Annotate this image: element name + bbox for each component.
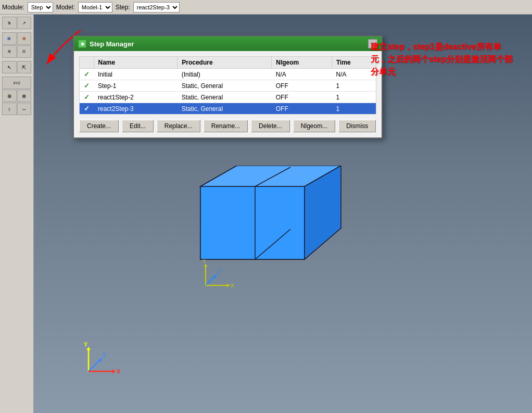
step-label: Step: <box>116 4 130 11</box>
3d-box <box>159 166 377 291</box>
row-time: 1 <box>332 80 376 92</box>
sidebar-icon-11[interactable]: ↕ <box>2 103 17 115</box>
top-toolbar: Module: Step Model: Model-1 Step: react2… <box>0 0 532 15</box>
sidebar-icon-6[interactable]: ⊟ <box>17 45 32 58</box>
row-procedure: Static, General <box>178 92 272 103</box>
dialog-button-nlgeom[interactable]: Nlgeom... <box>293 120 335 132</box>
model-select[interactable]: Model-1 <box>78 2 112 12</box>
svg-text:Y: Y <box>84 341 88 347</box>
row-procedure: Static, General <box>178 103 272 115</box>
dialog-titlebar: ◈ Step Manager × <box>74 36 382 51</box>
sidebar-icon-7[interactable]: ↖ <box>2 61 17 73</box>
sidebar-icon-4[interactable]: ▩ <box>17 32 32 45</box>
sidebar-icon-1[interactable]: 🖱 <box>2 17 17 29</box>
sidebar-icon-3[interactable]: ▦ <box>2 32 17 45</box>
sidebar-group-xyz: XYZ ⊕ ⊗ ↕ ↔ <box>2 77 31 115</box>
module-label: Module: <box>2 4 24 11</box>
row-time: 1 <box>332 92 376 103</box>
coord-axes-bottom: Y Z X <box>75 340 122 382</box>
svg-text:X: X <box>117 368 121 374</box>
dialog-button-edit[interactable]: Edit... <box>122 120 154 132</box>
dialog-button-create[interactable]: Create... <box>79 120 119 132</box>
dialog-content: Name Procedure Nlgeom Time ✓Initial(Init… <box>74 51 382 137</box>
coord-axes-main: Y Z X <box>195 259 237 291</box>
row-nlgeom: OFF <box>272 103 332 115</box>
table-header-row: Name Procedure Nlgeom Time <box>80 57 376 69</box>
sidebar-icon-2[interactable]: ↗ <box>17 17 32 29</box>
sidebar-group-3: ↖ ⇱ <box>2 61 31 73</box>
svg-text:Z: Z <box>103 352 106 358</box>
dialog-buttons: Create...Edit...Replace...Rename...Delet… <box>79 120 376 132</box>
row-nlgeom: OFF <box>272 80 332 92</box>
step-manager-dialog: ◈ Step Manager × Name Procedure Nlgeom T… <box>73 35 383 139</box>
col-header-nlgeom: Nlgeom <box>272 57 332 69</box>
col-header-procedure: Procedure <box>178 57 272 69</box>
row-name: react2Step-3 <box>94 103 178 115</box>
step-table: Name Procedure Nlgeom Time ✓Initial(Init… <box>79 56 376 115</box>
svg-text:Z: Z <box>217 269 220 275</box>
dialog-button-replace[interactable]: Replace... <box>157 120 200 132</box>
svg-marker-13 <box>213 274 217 279</box>
dialog-button-dismiss[interactable]: Dismiss <box>338 120 376 132</box>
row-nlgeom: OFF <box>272 92 332 103</box>
left-sidebar: 🖱 ↗ ▦ ▩ ⊞ ⊟ ↖ ⇱ XYZ ⊕ ⊗ ↕ ↔ <box>0 15 34 413</box>
col-header-check <box>80 57 94 69</box>
row-name: Step-1 <box>94 80 178 92</box>
sidebar-group-1: 🖱 ↗ <box>2 17 31 29</box>
sidebar-icon-10[interactable]: ⊗ <box>17 90 32 102</box>
col-header-time: Time <box>332 57 376 69</box>
model-label: Model: <box>56 4 75 11</box>
row-procedure: Static, General <box>178 80 272 92</box>
table-row[interactable]: ✓react2Step-3Static, GeneralOFF1 <box>80 103 376 115</box>
row-procedure: (Initial) <box>178 69 272 80</box>
annotation-text: 建立step，step1是deactive所有单元，之后的两个step分别是激活… <box>371 41 516 78</box>
row-check: ✓ <box>80 92 94 103</box>
step-select[interactable]: react2Step-3 <box>133 2 180 12</box>
svg-marker-25 <box>112 369 116 373</box>
svg-marker-22 <box>98 358 102 363</box>
sidebar-icon-12[interactable]: ↔ <box>17 103 32 115</box>
table-row[interactable]: ✓react1Step-2Static, GeneralOFF1 <box>80 92 376 103</box>
row-name: react1Step-2 <box>94 92 178 103</box>
sidebar-icon-xyz[interactable]: XYZ <box>2 77 31 89</box>
row-nlgeom: N/A <box>272 69 332 80</box>
row-time: N/A <box>332 69 376 80</box>
dialog-title-left: ◈ Step Manager <box>78 40 134 48</box>
svg-text:Y: Y <box>202 259 206 264</box>
sidebar-icon-5[interactable]: ⊞ <box>2 45 17 58</box>
dialog-title-text: Step Manager <box>90 40 134 48</box>
sidebar-group-2: ▦ ▩ ⊞ ⊟ <box>2 32 31 58</box>
svg-text:X: X <box>231 283 234 289</box>
module-select[interactable]: Step <box>28 2 53 12</box>
dialog-button-rename[interactable]: Rename... <box>204 120 248 132</box>
table-row[interactable]: ✓Initial(Initial)N/AN/A <box>80 69 376 80</box>
row-name: Initial <box>94 69 178 80</box>
svg-marker-16 <box>227 284 230 287</box>
svg-marker-4 <box>200 186 305 259</box>
sidebar-icon-8[interactable]: ⇱ <box>17 61 32 73</box>
row-time: 1 <box>332 103 376 115</box>
main-viewport: ◈ Step Manager × Name Procedure Nlgeom T… <box>34 15 532 413</box>
dialog-button-delete[interactable]: Delete... <box>251 120 290 132</box>
row-check: ✓ <box>80 69 94 80</box>
row-check: ✓ <box>80 103 94 115</box>
row-check: ✓ <box>80 80 94 92</box>
table-row[interactable]: ✓Step-1Static, GeneralOFF1 <box>80 80 376 92</box>
dialog-title-icon: ◈ <box>78 40 86 48</box>
sidebar-icon-9[interactable]: ⊕ <box>2 90 17 102</box>
col-header-name: Name <box>94 57 178 69</box>
